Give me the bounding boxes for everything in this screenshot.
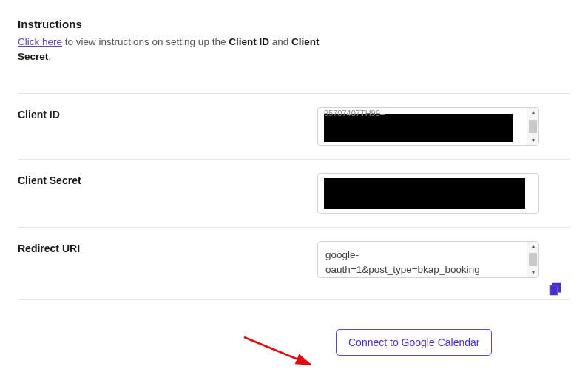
button-row: Connect to Google Calendar xyxy=(18,299,570,356)
redacted-client-secret xyxy=(324,178,525,209)
instructions-heading: Instructions xyxy=(18,18,570,30)
client-secret-label: Client Secret xyxy=(18,173,317,186)
connect-to-google-calendar-button[interactable]: Connect to Google Calendar xyxy=(336,329,492,356)
scrollbar[interactable]: ▴ ▾ xyxy=(527,242,538,277)
scroll-down-icon[interactable]: ▾ xyxy=(527,268,538,277)
scrollbar[interactable]: ▴ ▾ xyxy=(527,108,538,145)
redacted-client-id xyxy=(324,114,513,142)
client-id-label: Client ID xyxy=(18,107,317,121)
row-client-id: Client ID 95707407TH99= ▴ ▾ xyxy=(18,93,570,159)
scroll-down-icon[interactable]: ▾ xyxy=(527,136,538,145)
instr-after: . xyxy=(48,51,51,62)
uri-line2: oauth=1&post_type=bkap_booking xyxy=(325,264,480,275)
copy-icon[interactable] xyxy=(547,281,564,300)
uri-line1: google- xyxy=(325,249,359,260)
instr-bold-client-id: Client ID xyxy=(229,36,269,47)
instr-t2: and xyxy=(269,36,291,47)
scroll-up-icon[interactable]: ▴ xyxy=(527,242,538,251)
redirect-uri-input[interactable]: google- oauth=1&post_type=bkap_booking ▴… xyxy=(317,241,539,278)
instructions-text: Click here to view instructions on setti… xyxy=(18,35,328,64)
row-client-secret: Client Secret xyxy=(18,159,570,227)
client-id-input[interactable]: 95707407TH99= ▴ ▾ xyxy=(317,107,539,146)
svg-rect-9 xyxy=(550,286,557,294)
instr-t1: to view instructions on setting up the xyxy=(62,36,229,47)
redirect-uri-label: Redirect URI xyxy=(18,241,317,254)
client-secret-input[interactable] xyxy=(317,173,539,214)
scroll-up-icon[interactable]: ▴ xyxy=(527,108,538,117)
instructions-link[interactable]: Click here xyxy=(18,36,62,47)
row-redirect-uri: Redirect URI google- oauth=1&post_type=b… xyxy=(18,227,570,299)
